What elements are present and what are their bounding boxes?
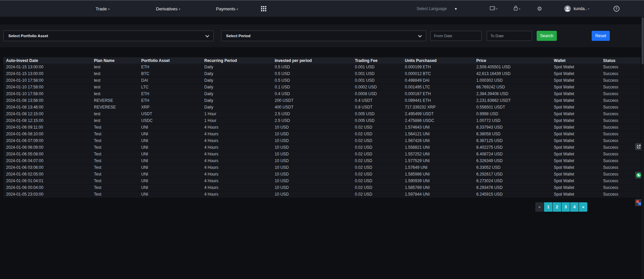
table-cell: 6.33052 USD	[474, 164, 551, 171]
table-cell: 6.408724 USD	[474, 151, 551, 157]
table-cell: 0.0002 USD	[352, 84, 402, 90]
table-row: 2024-01-06 07:09:00TestUNI4 Hours10 USD0…	[3, 137, 641, 144]
table-cell: 0.000012 BTC	[402, 70, 474, 77]
table-cell: 0.005 USD	[352, 111, 402, 117]
table-cell: Spot Wallet	[551, 191, 600, 198]
column-header-wallet: Wallet	[551, 57, 600, 64]
table-cell: 2024-01-10 17:58:00	[3, 90, 91, 97]
reset-button[interactable]: Reset	[592, 31, 610, 41]
table-cell: test	[91, 117, 139, 124]
wallet-menu[interactable]: ▾	[490, 6, 497, 12]
table-cell: Spot Wallet	[551, 104, 600, 111]
language-selector[interactable]: Select Language	[417, 6, 447, 11]
filter-bar: Select Portfolio Asset Select Period Sea…	[0, 24, 644, 47]
apps-grid-icon[interactable]	[261, 6, 266, 11]
pagination-page-3[interactable]: 3	[561, 202, 570, 212]
table-cell: BTC	[139, 70, 202, 77]
auto-invest-history: Auto-Invest DatePlan NamePortfolio Asset…	[3, 57, 641, 198]
table-cell: Success	[600, 64, 641, 70]
table-cell: 10 USD	[272, 178, 352, 184]
table-cell: 2024-01-06 09:11:00	[3, 124, 91, 131]
table-cell: 2.5 USD	[272, 111, 352, 117]
table-cell: UNI	[139, 131, 202, 137]
table-cell: 1.567426 UNI	[402, 137, 474, 144]
table-cell: 717.339232 XRP	[402, 104, 474, 111]
pagination-page-4[interactable]: 4	[570, 202, 579, 212]
table-cell: Spot Wallet	[551, 157, 600, 164]
table-cell: 2.495499 USDT	[402, 111, 474, 117]
table-cell: 10 USD	[272, 171, 352, 178]
table-cell: 2024-01-08 12:15:00	[3, 111, 91, 117]
table-cell: ETH	[139, 90, 202, 97]
table-cell: 2024-01-15 13:00:00	[3, 64, 91, 70]
table-cell: 2.5 USD	[272, 117, 352, 124]
table-cell: 2024-01-10 17:58:00	[3, 84, 91, 90]
pagination-prev-button[interactable]: «	[535, 202, 544, 212]
search-button[interactable]: Search	[537, 31, 557, 41]
table-cell: Daily	[202, 64, 272, 70]
lock-icon	[514, 6, 518, 12]
table-cell: Spot Wallet	[551, 164, 600, 171]
portfolio-asset-select[interactable]: Select Portfolio Asset	[3, 30, 214, 41]
table-cell: Success	[600, 104, 641, 111]
help-icon[interactable]: ?	[613, 6, 620, 12]
table-cell: Success	[600, 111, 641, 117]
table-cell: 1.00772 USD	[474, 117, 551, 124]
table-cell: Success	[600, 144, 641, 151]
table-row: 2024-01-06 06:09:00TestUNI4 Hours10 USD0…	[3, 144, 641, 151]
table-cell: Success	[600, 77, 641, 84]
pagination-next-button[interactable]: »	[579, 202, 587, 212]
table-cell: 2024-01-06 06:09:00	[3, 144, 91, 151]
pagination-page-1[interactable]: 1	[544, 202, 552, 212]
table-cell: 6.292617 USD	[474, 171, 551, 178]
table-cell: Spot Wallet	[551, 178, 600, 184]
table-cell: 0.02 USD	[352, 164, 402, 171]
table-cell: Success	[600, 131, 641, 137]
menu-trade[interactable]: Trade▾	[96, 1, 110, 17]
open-in-new-icon	[637, 145, 641, 149]
table-cell: 0.005 USD	[352, 117, 402, 124]
table-cell: 0.5 USD	[272, 70, 352, 77]
table-cell: Test	[91, 144, 139, 151]
table-cell: 4 Hours	[202, 151, 272, 157]
table-cell: 4 Hours	[202, 164, 272, 171]
table-cell: 0.000167 ETH	[402, 90, 474, 97]
avatar	[564, 5, 571, 12]
menu-label: Derivatives	[156, 6, 177, 11]
table-cell: 0.02 USD	[352, 191, 402, 198]
table-cell: 1.590939 UNI	[402, 178, 474, 184]
profile-menu[interactable]: kunda.. ▾	[564, 5, 589, 12]
table-cell: XRP	[139, 104, 202, 111]
chevron-down-icon: ▾	[588, 7, 589, 10]
table-cell: 200 USDT	[272, 97, 352, 104]
table-cell: 66.769242 USD	[474, 84, 551, 90]
menu-payments[interactable]: Payments▾	[216, 1, 238, 17]
pagination-page-2[interactable]: 2	[553, 202, 561, 212]
menu-derivatives[interactable]: Derivatives▾	[156, 1, 180, 17]
table-cell: 0.8 USDT	[352, 104, 402, 111]
table-row: 2024-01-10 17:58:00testDAIDaily0.5 USD0.…	[3, 77, 641, 84]
from-date-input[interactable]	[430, 31, 482, 41]
to-date-input[interactable]	[487, 31, 532, 41]
table-row: 2024-01-05 23:03:00TestUNI4 Hours10 USD0…	[3, 191, 641, 198]
table-cell: Spot Wallet	[551, 171, 600, 178]
table-row: 2024-01-08 12:15:00testUSDC1 Hour2.5 USD…	[3, 117, 641, 124]
table-cell: 2024-01-06 04:07:00	[3, 157, 91, 164]
language-caret-icon[interactable]: ▼	[454, 7, 458, 11]
table-cell: Success	[600, 137, 641, 144]
table-cell: test	[91, 77, 139, 84]
table-cell: Spot Wallet	[551, 151, 600, 157]
settings-gear-icon[interactable]: ⚙	[537, 6, 542, 12]
scrollbar-thumb[interactable]	[642, 17, 644, 64]
chevron-down-icon: ▾	[237, 8, 238, 11]
period-select[interactable]: Select Period	[221, 30, 426, 41]
table-cell: 1.574643 UNI	[402, 124, 474, 131]
table-cell: 1 Hour	[202, 111, 272, 117]
table-cell: 0.02 USD	[352, 184, 402, 191]
table-cell: UNI	[139, 184, 202, 191]
table-cell: Spot Wallet	[551, 124, 600, 131]
table-cell: 10 USD	[272, 184, 352, 191]
security-menu[interactable]: ▾	[514, 6, 520, 12]
table-cell: test	[91, 90, 139, 97]
table-cell: Success	[600, 117, 641, 124]
